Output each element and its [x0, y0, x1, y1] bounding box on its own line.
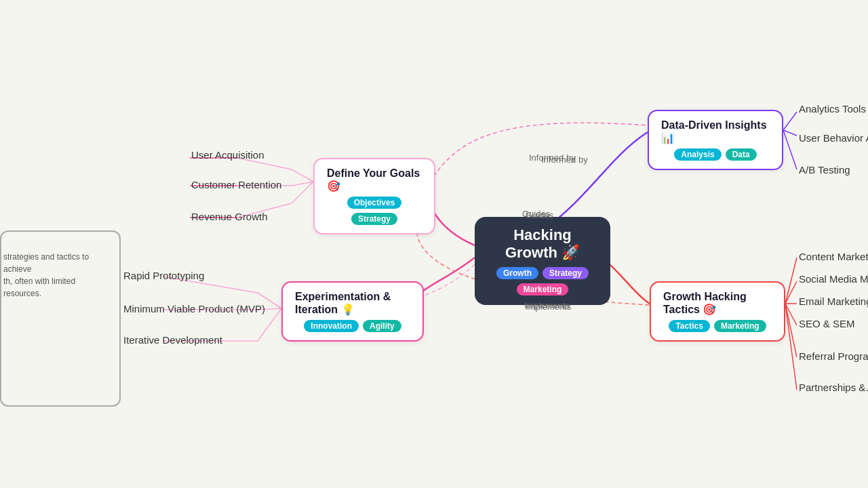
svg-line-2 — [292, 182, 313, 203]
data-node-tags: Analysis Data — [661, 148, 770, 161]
list-ab-testing: A/B Testing — [799, 164, 850, 176]
tag-strategy-goals: Strategy — [351, 213, 397, 225]
goals-node[interactable]: Define Your Goals 🎯 Objectives Strategy — [313, 158, 435, 235]
svg-line-19 — [785, 281, 797, 304]
list-referral-programs: Referral Progra... — [799, 350, 868, 362]
svg-line-17 — [783, 130, 797, 169]
svg-line-23 — [785, 304, 797, 390]
tag-analysis: Analysis — [674, 148, 721, 161]
svg-line-16 — [783, 130, 797, 136]
tag-objectives: Objectives — [347, 197, 402, 209]
branch-revenue-growth: Revenue Growth — [191, 211, 268, 222]
list-seo-sem: SEO & SEM — [799, 318, 855, 329]
tactics-node-title: Growth Hacking Tactics 🎯 — [663, 291, 772, 316]
data-node[interactable]: Data-Driven Insights 📊 Analysis Data — [648, 110, 783, 170]
guides-label: Guides — [522, 209, 550, 219]
connections-svg — [0, 0, 868, 488]
svg-line-22 — [785, 304, 797, 357]
central-node[interactable]: Hacking Growth 🚀 Growth Strategy Marketi… — [475, 217, 610, 305]
tag-strategy: Strategy — [542, 267, 589, 279]
goals-node-tags: Objectives Strategy — [327, 197, 422, 225]
tag-innovation: Innovation — [304, 320, 359, 332]
experiment-node-title: Experimentation & Iteration 💡 — [295, 291, 410, 316]
tag-marketing: Marketing — [517, 283, 569, 296]
svg-line-18 — [785, 258, 797, 304]
central-node-tags: Growth Strategy Marketing — [490, 267, 595, 296]
tactics-node[interactable]: Growth Hacking Tactics 🎯 Tactics Marketi… — [650, 281, 785, 342]
tag-agility: Agility — [363, 320, 401, 332]
svg-line-0 — [292, 169, 313, 182]
data-node-title: Data-Driven Insights 📊 — [661, 119, 770, 144]
list-social-media: Social Media Ma... — [799, 273, 868, 285]
svg-line-1 — [292, 182, 313, 186]
experiment-node[interactable]: Experimentation & Iteration 💡 Innovation… — [281, 281, 424, 342]
tactics-node-tags: Tactics Marketing — [663, 320, 772, 332]
branch-iterative-dev: Iterative Development — [123, 334, 222, 346]
list-content-marketing: Content Marketi... — [799, 251, 868, 262]
implements-label: Implements — [524, 300, 570, 310]
list-email-marketing: Email Marketing... — [799, 296, 868, 307]
svg-line-21 — [785, 304, 797, 325]
goals-node-title: Define Your Goals 🎯 — [327, 167, 422, 192]
mind-map-canvas: Informed by Guides Implements Informed b… — [0, 0, 868, 488]
sidebar-text: strategies and tactics to achieveth, oft… — [3, 251, 115, 300]
list-analytics-tools: Analytics Tools — [799, 103, 866, 115]
tag-data: Data — [726, 148, 757, 161]
central-node-title: Hacking Growth 🚀 — [490, 226, 595, 262]
tag-marketing-tactics: Marketing — [714, 320, 766, 332]
experiment-node-tags: Innovation Agility — [295, 320, 410, 332]
branch-mvp: Minimum Viable Product (MVP) — [123, 303, 265, 314]
branch-user-acquisition: User Acquisition — [191, 149, 264, 161]
informed-by-label: Informed by — [529, 152, 576, 163]
tag-tactics: Tactics — [669, 320, 709, 332]
tag-growth: Growth — [496, 267, 538, 279]
branch-customer-retention: Customer Retention — [191, 179, 281, 190]
branch-rapid-prototyping: Rapid Prototyping — [123, 270, 204, 281]
svg-line-15 — [783, 112, 797, 130]
list-partnerships: Partnerships &... — [799, 382, 868, 393]
list-user-behavior: User Behavior Ana... — [799, 132, 868, 144]
